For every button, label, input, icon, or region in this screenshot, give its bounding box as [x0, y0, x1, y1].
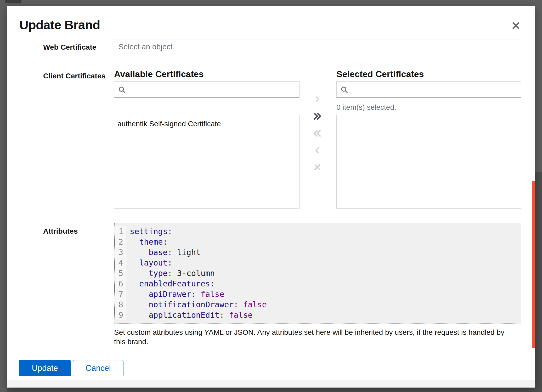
- move-all-left-button[interactable]: [310, 126, 324, 140]
- close-icon[interactable]: [509, 19, 523, 32]
- move-all-right-button[interactable]: [310, 109, 324, 123]
- code-line: 5 type: 3-column: [115, 268, 521, 279]
- move-selected-right-button[interactable]: [310, 93, 324, 106]
- angle-left-icon: [313, 146, 321, 154]
- line-number: 6: [115, 279, 126, 289]
- line-number: 4: [115, 258, 126, 268]
- modal-bottom-strip: [7, 380, 535, 388]
- line-number: 8: [115, 299, 126, 310]
- code-line: 7 apiDrawer: false: [115, 289, 521, 299]
- code-line: 6 enabledFeatures:: [115, 279, 521, 289]
- angle-right-icon: [313, 95, 321, 103]
- code-line: 8 notificationDrawer: false: [115, 299, 521, 310]
- available-search-input[interactable]: [129, 85, 296, 94]
- line-number: 9: [115, 310, 126, 320]
- certificate-list-item[interactable]: authentik Self-signed Certificate: [114, 117, 299, 131]
- line-number: 2: [115, 237, 126, 247]
- update-brand-modal: Update Brand Web Certificate Client Cert…: [7, 6, 535, 388]
- attributes-label: Attributes: [43, 227, 78, 236]
- code-line: 1settings:: [115, 226, 521, 237]
- line-number: 1: [115, 226, 126, 237]
- web-certificate-label: Web Certificate: [43, 43, 96, 52]
- times-icon: [313, 163, 322, 172]
- move-selected-left-button[interactable]: [310, 143, 324, 157]
- angle-double-right-icon: [313, 112, 322, 121]
- web-certificate-select[interactable]: [114, 39, 521, 54]
- line-number: 3: [115, 247, 126, 258]
- update-button[interactable]: Update: [19, 360, 71, 376]
- code-line: 9 applicationEdit: false: [115, 310, 521, 320]
- selected-search-input[interactable]: [351, 85, 517, 94]
- attributes-code-editor[interactable]: 1settings:2 theme:3 base: light4 layout:…: [114, 223, 521, 324]
- client-certificates-label: Client Certificates: [43, 72, 105, 80]
- cancel-button[interactable]: Cancel: [73, 360, 123, 376]
- code-line: 3 base: light: [115, 247, 521, 258]
- line-number: 7: [115, 289, 126, 299]
- selected-search-box: [336, 81, 521, 98]
- selected-certificates-heading: Selected Certificates: [336, 69, 424, 79]
- available-certificates-list: authentik Self-signed Certificate: [114, 115, 300, 209]
- code-line: 2 theme:: [115, 237, 521, 247]
- angle-double-left-icon: [313, 129, 322, 138]
- selected-count-status: 0 item(s) selected.: [336, 103, 396, 112]
- transfer-buttons: [310, 93, 324, 177]
- search-icon: [340, 86, 348, 94]
- underlying-page-fragment: [5, 0, 21, 3]
- backdrop-shade-right: [535, 172, 542, 392]
- search-icon: [118, 86, 126, 94]
- available-search-box: [114, 81, 300, 98]
- modal-scrollbar-thumb[interactable]: [532, 181, 535, 348]
- attributes-help-text: Set custom attributes using YAML or JSON…: [114, 328, 506, 347]
- available-certificates-heading: Available Certificates: [114, 69, 204, 79]
- backdrop-shade-bottom: [7, 388, 542, 392]
- selected-certificates-list: [336, 115, 521, 209]
- modal-title: Update Brand: [19, 18, 100, 32]
- clear-selection-button[interactable]: [310, 160, 324, 174]
- code-line: 4 layout:: [115, 258, 521, 268]
- line-number: 5: [115, 268, 126, 279]
